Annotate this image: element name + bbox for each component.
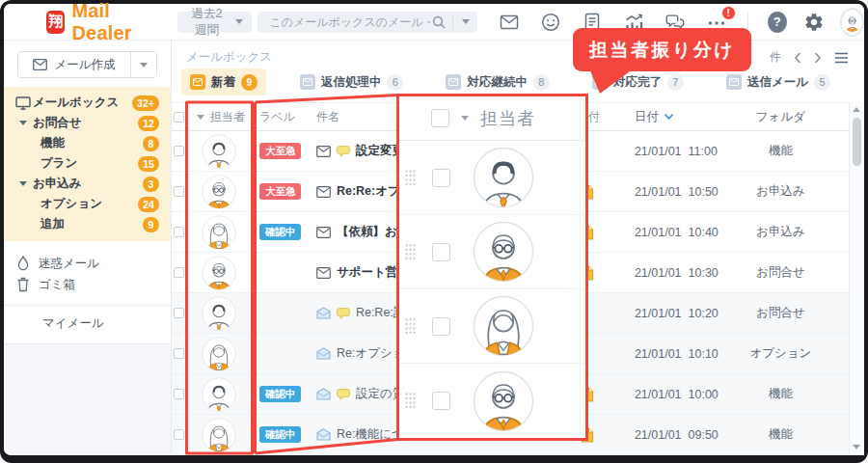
help-icon[interactable]: ? bbox=[768, 12, 787, 33]
scroll-up-icon[interactable] bbox=[853, 107, 860, 112]
avatar-man-dark[interactable] bbox=[473, 147, 534, 208]
sidebar-item-6[interactable]: 追加9 bbox=[4, 214, 171, 234]
search-period-dropdown[interactable]: 過去2週間 bbox=[177, 12, 253, 33]
search-divider bbox=[452, 15, 453, 29]
drag-handle-icon[interactable] bbox=[404, 243, 417, 261]
scrollbar-thumb[interactable] bbox=[853, 118, 861, 166]
column-folder[interactable]: フォルダ bbox=[735, 109, 827, 125]
avatar-woman[interactable] bbox=[202, 215, 236, 250]
smiley-icon[interactable] bbox=[540, 12, 561, 33]
expand-caret-icon[interactable] bbox=[19, 121, 27, 125]
sidebar-item-4[interactable]: お申込み3 bbox=[4, 174, 171, 194]
compose-dropdown-button[interactable] bbox=[130, 52, 156, 77]
overlay-row-checkbox[interactable] bbox=[432, 317, 450, 336]
user-avatar[interactable] bbox=[840, 8, 864, 37]
gear-icon[interactable] bbox=[803, 12, 825, 33]
column-assignee[interactable]: 担当者 bbox=[210, 109, 245, 125]
tab-4[interactable]: 送信メール5 bbox=[718, 68, 839, 95]
assignee-zoom-overlay: 担当者 bbox=[396, 94, 588, 441]
select-all-checkbox[interactable] bbox=[174, 112, 184, 123]
list-view-icon[interactable] bbox=[834, 52, 849, 64]
avatar-woman[interactable] bbox=[202, 337, 236, 371]
tab-envelope-icon bbox=[190, 74, 205, 90]
folder-cell: オプション bbox=[735, 345, 827, 362]
avatar-man-dark[interactable] bbox=[202, 377, 236, 412]
mail-dealer-app: 翔 Mail Dealer 過去2週間 ! ? bbox=[4, 4, 864, 455]
date-cell: 21/01/01 10:20 bbox=[635, 307, 735, 320]
sidebar-item-spam[interactable]: 迷惑メール bbox=[4, 253, 171, 274]
overlay-row-checkbox[interactable] bbox=[432, 243, 450, 261]
sidebar-item-2[interactable]: 機能8 bbox=[4, 133, 171, 153]
sidebar-item-0[interactable]: メールボックス32+ bbox=[4, 93, 171, 113]
row-checkbox[interactable] bbox=[174, 186, 184, 197]
mail-icon[interactable] bbox=[499, 12, 520, 33]
notification-badge: ! bbox=[721, 6, 736, 20]
scroll-down-icon[interactable] bbox=[853, 445, 860, 449]
overlay-row-checkbox[interactable] bbox=[432, 392, 450, 410]
folder-cell: お問合せ bbox=[735, 264, 827, 281]
sidebar-item-label: メールボックス bbox=[33, 95, 132, 111]
unread-envelope-icon bbox=[316, 146, 331, 157]
avatar-man-glasses[interactable] bbox=[202, 256, 236, 290]
drag-handle-icon[interactable] bbox=[404, 392, 417, 410]
sidebar-filler bbox=[4, 343, 171, 454]
overlay-select-all-checkbox[interactable] bbox=[431, 109, 449, 127]
unread-count-badge: 12 bbox=[138, 116, 159, 131]
drag-handle-icon[interactable] bbox=[404, 317, 417, 336]
page-prev-button[interactable] bbox=[794, 52, 801, 64]
row-checkbox[interactable] bbox=[174, 308, 184, 318]
sidebar-item-1[interactable]: お問合せ12 bbox=[4, 113, 171, 133]
callout-bubble: 担当者振り分け bbox=[573, 28, 751, 71]
avatar-man-glasses[interactable] bbox=[473, 221, 534, 283]
overlay-row-checkbox[interactable] bbox=[432, 169, 450, 187]
unread-envelope-icon bbox=[316, 267, 331, 279]
row-checkbox[interactable] bbox=[174, 429, 184, 440]
tab-0[interactable]: 新着9 bbox=[181, 68, 266, 95]
column-label[interactable]: ラベル bbox=[253, 109, 312, 125]
folder-cell: 機能 bbox=[735, 386, 827, 402]
drop-icon bbox=[15, 256, 31, 271]
comment-bubble-icon bbox=[337, 389, 350, 400]
search-input[interactable] bbox=[267, 14, 431, 30]
row-checkbox[interactable] bbox=[174, 146, 184, 156]
sidebar-item-label: オプション bbox=[33, 196, 138, 212]
search-icon[interactable] bbox=[432, 15, 446, 29]
tab-label: 返信処理中 bbox=[321, 74, 382, 91]
page-next-button[interactable] bbox=[814, 52, 822, 64]
sidebar-item-my-mail[interactable]: マイメール bbox=[4, 315, 171, 332]
tab-envelope-icon bbox=[446, 74, 461, 90]
avatar-man-dark[interactable] bbox=[202, 296, 236, 331]
row-checkbox[interactable] bbox=[174, 348, 184, 359]
callout-tail bbox=[587, 68, 637, 95]
expand-caret-icon[interactable] bbox=[19, 181, 27, 186]
comment-bubble-icon bbox=[337, 308, 350, 319]
envelope-icon bbox=[33, 59, 47, 70]
read-envelope-icon bbox=[316, 307, 331, 319]
status-label: 大至急 bbox=[259, 143, 302, 159]
avatar-woman[interactable] bbox=[202, 418, 236, 452]
drag-handle-icon[interactable] bbox=[404, 169, 417, 187]
tab-1[interactable]: 返信処理中6 bbox=[291, 68, 413, 95]
sidebar-item-label: 追加 bbox=[33, 216, 143, 232]
scrollbar[interactable] bbox=[849, 102, 863, 454]
avatar-man-glasses[interactable] bbox=[473, 370, 534, 432]
tab-2[interactable]: 対応継続中8 bbox=[437, 68, 558, 95]
avatar-woman[interactable] bbox=[473, 295, 534, 357]
search-options-dropdown[interactable] bbox=[460, 17, 472, 26]
row-checkbox[interactable] bbox=[174, 267, 184, 278]
date-cell: 21/01/01 10:10 bbox=[635, 347, 735, 361]
avatar-man-dark[interactable] bbox=[202, 134, 236, 169]
breadcrumb[interactable]: メールボックス bbox=[186, 49, 272, 66]
maildealer-logo-icon: 翔 bbox=[46, 11, 65, 34]
row-checkbox[interactable] bbox=[174, 227, 184, 237]
sidebar-item-3[interactable]: プラン15 bbox=[4, 153, 171, 174]
main-panel: メールボックス 件 新着9返信処理中6対応継続中8対応完了7送信メール5 担当者 bbox=[172, 41, 864, 454]
column-date[interactable]: 日付 bbox=[635, 109, 735, 125]
sidebar-item-5[interactable]: オプション24 bbox=[4, 194, 171, 214]
avatar-man-glasses[interactable] bbox=[202, 175, 236, 209]
folder-cell: お申込み bbox=[735, 224, 827, 240]
row-checkbox[interactable] bbox=[174, 389, 184, 399]
sort-caret-icon[interactable] bbox=[197, 115, 204, 120]
sidebar-item-trash[interactable]: ゴミ箱 bbox=[4, 274, 171, 295]
compose-mail-button[interactable]: メール作成 bbox=[18, 52, 130, 77]
